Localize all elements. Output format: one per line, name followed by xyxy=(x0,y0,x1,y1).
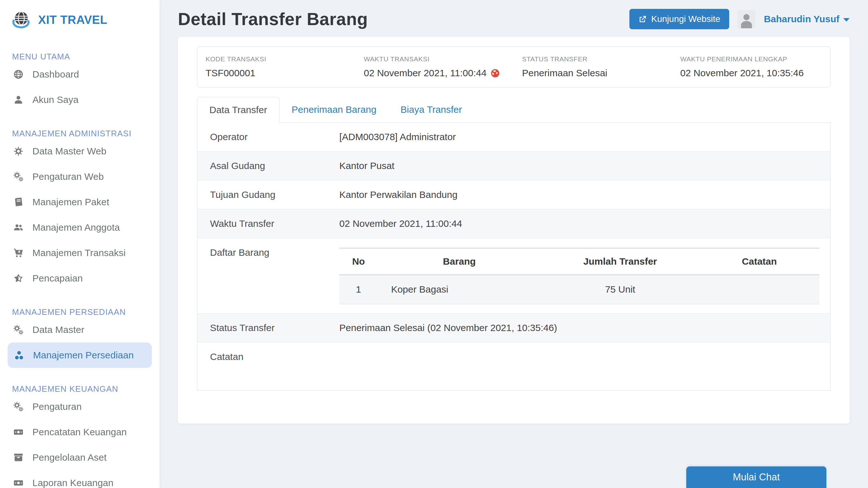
items-table-header-row: No Barang Jumlah Transfer Catatan xyxy=(339,248,819,275)
detail-row-operator: Operator [ADM003078] Administrator xyxy=(197,123,830,152)
sidebar-item-label: Data Master xyxy=(32,325,84,335)
summary-waktu-transaksi: WAKTU TRANSAKSI 02 November 2021, 11:00:… xyxy=(355,55,514,79)
items-table-header-jumlah: Jumlah Transfer xyxy=(541,248,700,275)
gear-icon xyxy=(12,146,25,156)
summary-status-transfer: STATUS TRANSFER Penerimaan Selesai xyxy=(514,55,672,79)
detail-value: 02 November 2021, 11:00:44 xyxy=(339,218,830,229)
summary-label: WAKTU TRANSAKSI xyxy=(364,55,510,63)
items-table-header-catatan: Catatan xyxy=(699,248,819,275)
detail-row-status-transfer: Status Transfer Penerimaan Selesai (02 N… xyxy=(197,313,830,342)
sidebar-item-data-master-web[interactable]: Data Master Web xyxy=(0,139,159,164)
start-chat-label: Mulai Chat xyxy=(733,471,780,483)
sidebar-item-laporan-keuangan[interactable]: Laporan Keuangan xyxy=(0,470,159,488)
sidebar-item-pencatatan-keuangan[interactable]: Pencatatan Keuangan xyxy=(0,419,159,445)
detail-tabs: Data Transfer Penerimaan Barang Biaya Tr… xyxy=(197,97,831,122)
sidebar-item-label: Akun Saya xyxy=(32,94,79,105)
item-catatan xyxy=(699,275,819,304)
item-no: 1 xyxy=(339,275,378,304)
page-title: Detail Transfer Barang xyxy=(178,9,368,29)
main-content: Detail Transfer Barang Kunjungi Website … xyxy=(159,0,868,488)
summary-label: STATUS TRANSFER xyxy=(522,55,668,63)
cubes-icon xyxy=(13,350,25,360)
detail-value: Penerimaan Selesai (02 November 2021, 10… xyxy=(339,323,830,333)
brand[interactable]: XIT TRAVEL xyxy=(0,0,159,36)
money-icon xyxy=(12,427,25,437)
items-table-header-no: No xyxy=(339,248,378,275)
sidebar-item-pengaturan[interactable]: Pengaturan xyxy=(0,394,159,419)
detail-label: Operator xyxy=(197,131,339,142)
caret-down-icon xyxy=(843,18,849,22)
detail-value: Kantor Perwakilan Bandung xyxy=(339,189,830,200)
sidebar-item-manajemen-anggota[interactable]: Manajemen Anggota xyxy=(0,215,159,240)
sidebar-item-label: Pengaturan xyxy=(32,401,82,412)
data-transfer-panel: Operator [ADM003078] Administrator Asal … xyxy=(197,122,831,391)
summary-value: TSF000001 xyxy=(206,68,352,79)
detail-label: Tujuan Gudang xyxy=(197,189,339,200)
tab-data-transfer[interactable]: Data Transfer xyxy=(197,97,280,123)
cart-icon xyxy=(12,248,25,258)
detail-row-tujuan-gudang: Tujuan Gudang Kantor Perwakilan Bandung xyxy=(197,180,830,209)
star-icon xyxy=(12,273,25,283)
tab-penerimaan-barang[interactable]: Penerimaan Barang xyxy=(280,97,389,122)
brand-logo-icon xyxy=(11,9,32,30)
red-globe-icon xyxy=(490,68,500,78)
detail-label: Catatan xyxy=(197,352,339,362)
sidebar-item-akun-saya[interactable]: Akun Saya xyxy=(0,87,159,113)
gears-icon xyxy=(12,325,25,335)
money-icon xyxy=(12,478,25,488)
items-table-row: 1 Koper Bagasi 75 Unit xyxy=(339,275,819,304)
detail-row-catatan: Catatan xyxy=(197,342,830,390)
sidebar-item-label: Data Master Web xyxy=(32,146,106,157)
user-name: Baharudin Yusuf xyxy=(764,14,839,25)
detail-value: No Barang Jumlah Transfer Catatan 1 Kope… xyxy=(339,247,830,304)
visit-website-label: Kunjungi Website xyxy=(651,14,720,24)
summary-value: 02 November 2021, 11:00:44 xyxy=(364,68,510,79)
detail-row-daftar-barang: Daftar Barang No Barang Jumlah Transfer … xyxy=(197,238,830,313)
visit-website-button[interactable]: Kunjungi Website xyxy=(629,9,729,29)
detail-label: Daftar Barang xyxy=(197,247,339,258)
summary-label: KODE TRANSAKSI xyxy=(206,55,352,63)
sidebar-item-manajemen-transaksi[interactable]: Manajemen Transaksi xyxy=(0,240,159,266)
sidebar-section-manajemen-administrasi: MANAJEMEN ADMINISTRASI xyxy=(12,128,159,139)
detail-label: Waktu Transfer xyxy=(197,218,339,229)
sidebar-section-manajemen-persediaan: MANAJEMEN PERSEDIAAN xyxy=(12,307,159,317)
detail-card: KODE TRANSAKSI TSF000001 WAKTU TRANSAKSI… xyxy=(178,37,849,424)
sidebar-item-data-master[interactable]: Data Master xyxy=(0,317,159,342)
sidebar-item-pencapaian[interactable]: Pencapaian xyxy=(0,266,159,291)
items-table-header-barang: Barang xyxy=(378,248,541,275)
user-menu[interactable]: Baharudin Yusuf xyxy=(764,14,849,25)
sidebar-item-label: Laporan Keuangan xyxy=(32,478,114,488)
sidebar-section-manajemen-keuangan: MANAJEMEN KEUANGAN xyxy=(12,384,159,394)
summary-value-text: 02 November 2021, 11:00:44 xyxy=(364,68,487,79)
sidebar-item-label: Manajemen Persediaan xyxy=(33,350,134,361)
brand-name: XIT TRAVEL xyxy=(38,13,107,27)
summary-value: Penerimaan Selesai xyxy=(522,68,668,79)
detail-label: Asal Gudang xyxy=(197,160,339,171)
avatar[interactable] xyxy=(737,10,755,28)
tab-biaya-transfer[interactable]: Biaya Transfer xyxy=(389,97,474,122)
summary-waktu-penerimaan: WAKTU PENERIMAAN LENGKAP 02 November 202… xyxy=(672,55,830,79)
sidebar-item-pengelolaan-aset[interactable]: Pengelolaan Aset xyxy=(0,445,159,470)
detail-value: Kantor Pusat xyxy=(339,160,830,171)
sidebar-item-dashboard[interactable]: Dashboard xyxy=(0,62,159,87)
users-icon xyxy=(12,222,25,233)
sidebar-item-manajemen-persediaan[interactable]: Manajemen Persediaan xyxy=(8,342,152,368)
summary-kode-transaksi: KODE TRANSAKSI TSF000001 xyxy=(197,55,355,79)
summary-label: WAKTU PENERIMAAN LENGKAP xyxy=(680,55,826,63)
archive-icon xyxy=(12,452,25,463)
summary-value: 02 November 2021, 10:35:46 xyxy=(680,68,826,79)
sidebar-item-label: Dashboard xyxy=(32,69,79,80)
sidebar-item-pengaturan-web[interactable]: Pengaturan Web xyxy=(0,164,159,189)
items-table: No Barang Jumlah Transfer Catatan 1 Kope… xyxy=(339,248,819,304)
sidebar-item-label: Pencatatan Keuangan xyxy=(32,427,127,437)
sidebar-item-label: Manajemen Paket xyxy=(32,197,109,208)
detail-row-asal-gudang: Asal Gudang Kantor Pusat xyxy=(197,152,830,180)
sidebar-item-manajemen-paket[interactable]: Manajemen Paket xyxy=(0,189,159,215)
topbar-right: Kunjungi Website Baharudin Yusuf xyxy=(629,9,849,29)
sidebar-item-label: Pengaturan Web xyxy=(32,171,104,182)
gears-icon xyxy=(12,172,25,182)
start-chat-button[interactable]: Mulai Chat xyxy=(686,466,826,488)
sidebar-item-label: Pencapaian xyxy=(32,273,83,284)
detail-row-waktu-transfer: Waktu Transfer 02 November 2021, 11:00:4… xyxy=(197,209,830,238)
external-link-icon xyxy=(638,15,647,24)
